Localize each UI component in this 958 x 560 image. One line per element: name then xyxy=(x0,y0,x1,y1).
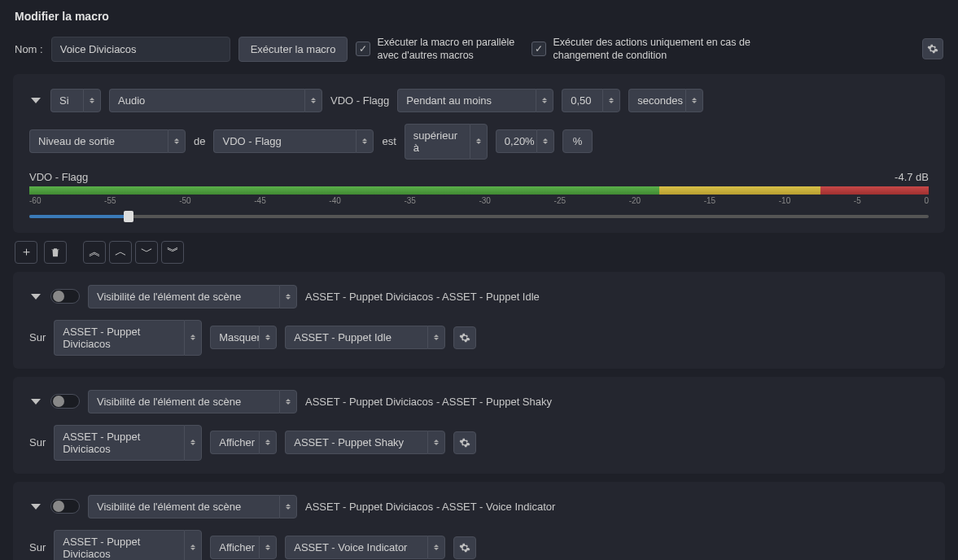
condition-change-checkbox[interactable]: ✓ xyxy=(531,42,546,56)
on-label: Sur xyxy=(29,541,46,553)
spinner-arrows-icon[interactable] xyxy=(427,431,445,454)
triangle-down-icon xyxy=(31,504,41,510)
action-type-select[interactable]: Visibilité de l'élément de scène xyxy=(88,495,279,518)
spinner-arrows-icon[interactable] xyxy=(259,326,277,349)
dropdown-arrow-icon[interactable] xyxy=(304,89,322,112)
source-select[interactable]: VDO - Flagg xyxy=(213,129,356,153)
collapse-toggle[interactable] xyxy=(29,94,42,107)
dropdown-arrow-icon[interactable] xyxy=(279,285,297,308)
source-label: VDO - Flagg xyxy=(330,94,389,107)
scene-item-select[interactable]: ASSET - Puppet Idle xyxy=(285,326,427,349)
spinner-arrows-icon[interactable] xyxy=(536,89,553,112)
of-label: de xyxy=(194,135,205,147)
action-type-select[interactable]: Visibilité de l'élément de scène xyxy=(88,390,279,413)
collapse-toggle[interactable] xyxy=(29,395,42,408)
scene-item-select[interactable]: ASSET - Voice Indicator xyxy=(285,536,427,559)
condition-type-select[interactable]: Audio xyxy=(109,89,304,112)
dropdown-arrow-icon[interactable] xyxy=(685,89,703,112)
on-label: Sur xyxy=(29,331,46,343)
add-action-button[interactable]: ＋ xyxy=(15,241,37,264)
spinner-arrows-icon[interactable] xyxy=(184,425,202,461)
parallel-label: Exécuter la macro en parallèle avec d'au… xyxy=(377,36,523,63)
name-label: Nom : xyxy=(15,43,43,55)
threshold-slider[interactable] xyxy=(29,215,929,218)
spinner-arrows-icon[interactable] xyxy=(83,89,101,112)
chevron-down-icon: ﹀ xyxy=(141,244,153,260)
double-chevron-down-icon: ︾ xyxy=(167,244,179,260)
move-top-button[interactable]: ︽ xyxy=(83,241,106,264)
trash-icon xyxy=(50,247,61,258)
action-panel: Visibilité de l'élément de scène ASSET -… xyxy=(13,377,945,474)
settings-button[interactable] xyxy=(922,38,943,59)
slider-thumb[interactable] xyxy=(124,211,133,222)
spinner-arrows-icon[interactable] xyxy=(427,326,445,349)
action-panel: Visibilité de l'élément de scène ASSET -… xyxy=(13,482,945,561)
action-panel: Visibilité de l'élément de scène ASSET -… xyxy=(13,272,945,369)
on-label: Sur xyxy=(29,436,46,448)
dropdown-arrow-icon[interactable] xyxy=(356,129,374,153)
condition-change-label: Exécuter des actions uniquement en cas d… xyxy=(553,36,781,63)
spinner-arrows-icon[interactable] xyxy=(470,124,488,160)
action-description: ASSET - Puppet Diviciacos - ASSET - Pupp… xyxy=(305,396,552,408)
delete-action-button[interactable] xyxy=(44,241,67,264)
duration-mode-select[interactable]: Pendant au moins xyxy=(397,89,536,112)
meter-db-label: -4.7 dB xyxy=(895,171,929,183)
duration-value-input[interactable]: 0,50 xyxy=(562,89,602,112)
spinner-arrows-icon[interactable] xyxy=(184,320,202,356)
threshold-input[interactable]: 0,20% xyxy=(496,129,536,153)
action-description: ASSET - Puppet Diviciacos - ASSET - Voic… xyxy=(305,501,555,513)
scene-select[interactable]: ASSET - Puppet Diviciacos xyxy=(54,320,184,356)
scene-item-select[interactable]: ASSET - Puppet Shaky xyxy=(285,431,427,454)
triangle-down-icon xyxy=(31,98,41,103)
parallel-checkbox[interactable]: ✓ xyxy=(356,42,370,56)
action-type-select[interactable]: Visibilité de l'élément de scène xyxy=(88,285,279,308)
visibility-mode-select[interactable]: Afficher xyxy=(210,431,259,454)
gear-icon xyxy=(927,43,938,55)
action-settings-button[interactable] xyxy=(453,536,476,559)
action-enable-toggle[interactable] xyxy=(50,499,80,514)
audio-meter: VDO - Flagg -4.7 dB -60-55-50-45-40-35-3… xyxy=(29,171,929,218)
dropdown-arrow-icon[interactable] xyxy=(279,390,297,413)
spinner-arrows-icon[interactable] xyxy=(184,530,202,561)
macro-top-row: Nom : Exécuter la macro ✓ Exécuter la ma… xyxy=(0,29,958,74)
run-macro-button[interactable]: Exécuter la macro xyxy=(238,37,348,62)
visibility-mode-select[interactable]: Masquer xyxy=(210,326,259,349)
spinner-arrows-icon[interactable] xyxy=(427,536,445,559)
action-toolbar: ＋ ︽ ︿ ﹀ ︾ xyxy=(0,241,958,272)
chevron-up-icon: ︿ xyxy=(115,244,127,260)
visibility-mode-select[interactable]: Afficher xyxy=(210,536,259,559)
duration-unit-select[interactable]: secondes xyxy=(628,89,685,112)
move-bottom-button[interactable]: ︾ xyxy=(161,241,184,264)
plus-icon: ＋ xyxy=(20,244,33,260)
scene-select[interactable]: ASSET - Puppet Diviciacos xyxy=(54,425,184,461)
spinner-arrows-icon[interactable] xyxy=(602,89,620,112)
move-down-button[interactable]: ﹀ xyxy=(135,241,158,264)
action-enable-toggle[interactable] xyxy=(50,289,80,304)
move-up-button[interactable]: ︿ xyxy=(109,241,132,264)
action-enable-toggle[interactable] xyxy=(50,394,80,409)
double-chevron-up-icon: ︽ xyxy=(89,244,101,260)
spinner-arrows-icon[interactable] xyxy=(259,431,277,454)
condition-panel: Si Audio VDO - Flagg Pendant au moins 0,… xyxy=(13,74,945,233)
is-label: est xyxy=(382,135,396,147)
spinner-arrows-icon[interactable] xyxy=(259,536,277,559)
action-settings-button[interactable] xyxy=(453,431,476,454)
dialog-title: Modifier la macro xyxy=(0,0,958,29)
triangle-down-icon xyxy=(31,294,41,300)
scene-select[interactable]: ASSET - Puppet Diviciacos xyxy=(54,530,184,561)
collapse-toggle[interactable] xyxy=(29,290,42,303)
spinner-arrows-icon[interactable] xyxy=(168,129,186,153)
macro-name-input[interactable] xyxy=(51,37,230,62)
percent-button[interactable]: % xyxy=(562,129,593,153)
if-select[interactable]: Si xyxy=(50,89,83,112)
collapse-toggle[interactable] xyxy=(29,500,42,513)
meter-source-label: VDO - Flagg xyxy=(29,171,88,183)
dropdown-arrow-icon[interactable] xyxy=(279,495,297,518)
comparator-select[interactable]: supérieur à xyxy=(405,124,470,160)
triangle-down-icon xyxy=(31,399,41,405)
gear-icon xyxy=(459,332,470,343)
metric-select[interactable]: Niveau de sortie xyxy=(29,129,168,153)
spinner-arrows-icon[interactable] xyxy=(536,129,554,153)
action-description: ASSET - Puppet Diviciacos - ASSET - Pupp… xyxy=(305,291,540,303)
action-settings-button[interactable] xyxy=(453,326,476,349)
